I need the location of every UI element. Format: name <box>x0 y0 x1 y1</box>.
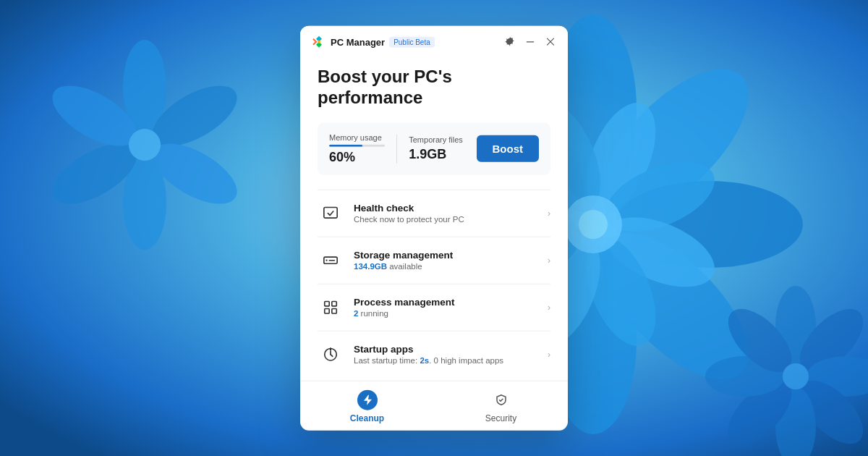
svg-point-25 <box>129 129 161 161</box>
startup-apps-subtitle: Last startup time: 2s. 0 high impact app… <box>354 356 537 365</box>
window-controls <box>504 36 556 48</box>
process-management-icon <box>318 294 344 320</box>
startup-apps-chevron: › <box>548 349 550 359</box>
svg-point-36 <box>318 41 320 43</box>
svg-point-34 <box>783 363 809 389</box>
app-logo <box>312 35 326 49</box>
memory-value: 60% <box>329 149 385 164</box>
process-count: 2 <box>354 309 358 318</box>
startup-apps-text: Startup apps Last startup time: 2s. 0 hi… <box>354 344 537 365</box>
health-check-chevron: › <box>548 208 550 218</box>
startup-apps-item[interactable]: Startup apps Last startup time: 2s. 0 hi… <box>318 331 550 377</box>
security-nav-label: Security <box>485 413 516 423</box>
memory-bar-fill <box>329 144 362 146</box>
storage-management-chevron: › <box>548 255 550 265</box>
storage-management-text: Storage management 134.9GB available <box>354 250 537 271</box>
storage-management-title: Storage management <box>354 250 537 261</box>
app-window: PC Manager Public Beta Boo <box>300 26 568 431</box>
process-management-chevron: › <box>548 302 550 312</box>
boost-button[interactable]: Boost <box>477 135 540 162</box>
process-management-title: Process management <box>354 297 537 308</box>
nav-security[interactable]: Security <box>434 381 568 430</box>
beta-badge: Public Beta <box>389 36 435 47</box>
storage-management-icon <box>318 247 344 273</box>
health-check-icon <box>318 200 344 226</box>
storage-management-subtitle: 134.9GB available <box>354 262 537 271</box>
menu-items-list: Health check Check now to protect your P… <box>318 189 550 377</box>
storage-management-item[interactable]: Storage management 134.9GB available › <box>318 237 550 284</box>
nav-cleanup[interactable]: Cleanup <box>300 381 434 430</box>
process-management-item[interactable]: Process management 2 running › <box>318 284 550 331</box>
startup-time: 2s <box>420 356 429 365</box>
svg-rect-43 <box>332 301 336 305</box>
bolt-icon <box>362 394 373 405</box>
process-management-subtitle: 2 running <box>354 309 537 318</box>
health-check-subtitle: Check now to protect your PC <box>354 215 537 224</box>
minimize-button[interactable] <box>524 36 536 48</box>
security-nav-icon-wrap <box>491 389 511 410</box>
svg-rect-38 <box>324 207 337 218</box>
temp-files-label: Temporary files <box>409 135 464 144</box>
titlebar: PC Manager Public Beta <box>300 26 568 55</box>
memory-label: Memory usage <box>329 132 385 141</box>
health-check-text: Health check Check now to protect your P… <box>354 203 537 224</box>
cleanup-nav-label: Cleanup <box>350 413 384 423</box>
svg-rect-42 <box>325 301 329 305</box>
memory-metric: Memory usage 60% <box>329 132 385 164</box>
close-button[interactable] <box>545 36 556 48</box>
temp-files-value: 1.9GB <box>409 147 464 162</box>
metric-divider <box>396 134 397 163</box>
svg-rect-44 <box>325 308 329 313</box>
svg-line-48 <box>331 354 333 356</box>
app-title: PC Manager <box>331 36 385 47</box>
health-check-item[interactable]: Health check Check now to protect your P… <box>318 190 550 237</box>
boost-section: Memory usage 60% Temporary files 1.9GB B… <box>318 122 550 174</box>
process-management-text: Process management 2 running <box>354 297 537 318</box>
main-content: Boost your PC's performance Memory usage… <box>300 55 568 378</box>
page-title: Boost your PC's performance <box>318 67 550 109</box>
startup-apps-title: Startup apps <box>354 344 537 355</box>
shield-icon <box>495 394 507 405</box>
settings-button[interactable] <box>504 36 516 48</box>
storage-highlight: 134.9GB <box>354 262 387 271</box>
temp-files-metric: Temporary files 1.9GB <box>409 135 464 162</box>
svg-rect-37 <box>527 41 535 42</box>
svg-rect-45 <box>332 308 336 313</box>
startup-apps-icon <box>318 341 344 367</box>
health-check-title: Health check <box>354 203 537 214</box>
bottom-nav: Cleanup Security <box>300 380 568 430</box>
memory-bar <box>329 144 385 146</box>
cleanup-nav-icon-wrap <box>357 389 378 410</box>
